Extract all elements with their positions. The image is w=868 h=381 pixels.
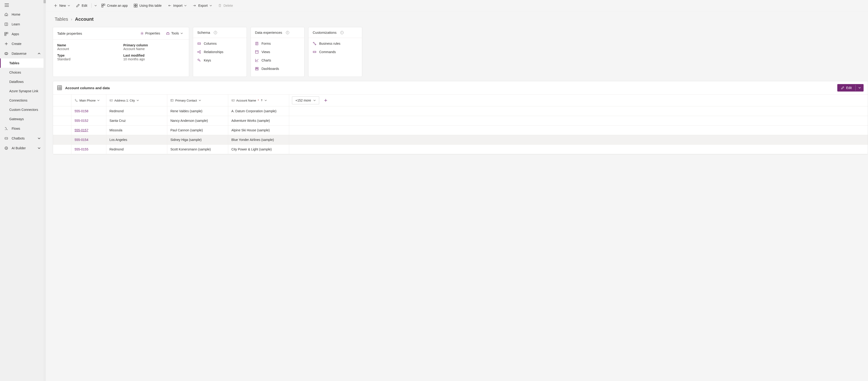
cell-phone[interactable]: 555-0152 [71,116,106,125]
edit-button-main[interactable]: Edit [837,84,856,91]
table-row[interactable]: 555-0154Los AngelesSidney Higa (sample)B… [53,135,868,145]
cell-city[interactable]: Los Angeles [106,135,167,145]
table-row[interactable]: 555-0152Santa CruzNancy Anderson (sample… [53,116,868,125]
schema-keys-link[interactable]: Keys [197,58,242,62]
table-row[interactable]: 555-0155RedmondScott Konersmann (sample)… [53,145,868,154]
phone-link[interactable]: 555-0152 [75,119,88,122]
sidebar-scrollbar-thumb[interactable] [43,0,46,3]
cell-phone[interactable]: 555-0155 [71,145,106,154]
cell-contact[interactable]: Sidney Higa (sample) [167,135,228,145]
sidebar-scrollbar-track[interactable] [43,0,46,381]
business-rules-link[interactable]: Business rules [313,42,358,46]
cell-contact[interactable]: Scott Konersmann (sample) [167,145,228,154]
data-grid: Main Phone Abc Address 1: City [53,94,868,154]
dashboards-link[interactable]: Dashboards [255,67,300,70]
nav-create[interactable]: Create [0,39,45,49]
phone-link[interactable]: 555-0158 [75,109,88,113]
info-icon[interactable]: i [286,31,289,34]
row-selector[interactable] [53,145,71,154]
nav-chatbots[interactable]: Chatbots [0,134,45,143]
cell-city[interactable]: Missoula [106,125,167,135]
nav-learn[interactable]: Learn [0,19,45,29]
hamburger-menu[interactable] [0,0,45,9]
cmd-new[interactable]: New [52,2,72,9]
cmd-export[interactable]: Export [190,2,214,9]
col-account-name[interactable]: Abc Account Name * [228,94,289,107]
cell-contact[interactable]: Rene Valdes (sample) [167,107,228,116]
tools-button[interactable]: Tools [164,30,185,36]
cmd-create-app[interactable]: Create an app [99,2,130,9]
col-main-phone[interactable]: Main Phone [71,94,106,107]
cell-phone[interactable]: 555-0154 [71,135,106,145]
cell-phone[interactable]: 555-0158 [71,107,106,116]
row-selector[interactable] [53,107,71,116]
edit-label: Edit [846,86,852,90]
edit-button-dropdown[interactable] [856,85,864,91]
schema-relationships-link[interactable]: Relationships [197,50,242,54]
book-icon [4,22,8,26]
cell-account[interactable]: Alpine Ski House (sample) [228,125,289,135]
nav-apps[interactable]: Apps [0,29,45,39]
views-link[interactable]: Views [255,50,300,54]
svg-rect-6 [5,138,8,139]
row-selector[interactable] [53,125,71,135]
views-icon [255,50,259,54]
row-selector-column[interactable] [53,94,71,107]
col-primary-contact[interactable]: Primary Contact [167,94,228,107]
cmd-label: Create an app [107,4,128,7]
nav-custom-connectors[interactable]: Custom Connectors [0,105,45,114]
table-row[interactable]: 555-0157MissoulaPaul Cannon (sample)Alpi… [53,125,868,135]
cell-account[interactable]: Adventure Works (sample) [228,116,289,125]
cell-contact[interactable]: Paul Cannon (sample) [167,125,228,135]
nav-choices[interactable]: Choices [0,68,45,77]
info-icon[interactable]: i [340,31,344,34]
nav-gateways[interactable]: Gateways [0,114,45,124]
nav-ai-builder[interactable]: AI Builder [0,143,45,153]
phone-link[interactable]: 555-0157 [75,128,88,132]
chevron-right-icon: › [71,17,72,22]
nav-dataverse[interactable]: Dataverse [0,49,45,58]
charts-link[interactable]: Charts [255,58,300,62]
cmd-edit-dropdown[interactable] [94,3,98,8]
chevron-down-icon [38,137,40,140]
nav-flows[interactable]: Flows [0,124,45,134]
add-column-button[interactable] [322,97,329,104]
cell-account[interactable]: A. Datum Corporation (sample) [228,107,289,116]
forms-link[interactable]: Forms [255,42,300,46]
properties-button[interactable]: Properties [138,30,162,36]
cell-account[interactable]: City Power & Light (sample) [228,145,289,154]
nav-label: Apps [12,32,19,36]
cell-city[interactable]: Redmond [106,107,167,116]
cell-account[interactable]: Blue Yonder Airlines (sample) [228,135,289,145]
chevron-down-icon [199,99,201,101]
table-row[interactable]: 555-0158RedmondRene Valdes (sample)A. Da… [53,107,868,116]
row-selector[interactable] [53,135,71,145]
commands-link[interactable]: Commands [313,50,358,54]
schema-columns-link[interactable]: Abc Columns [197,42,242,46]
row-selector[interactable] [53,116,71,125]
cmd-edit[interactable]: Edit [74,2,90,9]
info-icon[interactable]: i [214,31,217,34]
breadcrumb-current: Account [75,17,94,22]
phone-link[interactable]: 555-0154 [75,138,88,142]
nav-synapse[interactable]: Azure Synapse Link [0,86,45,96]
cell-city[interactable]: Santa Cruz [106,116,167,125]
col-city[interactable]: Abc Address 1: City [106,94,167,107]
cell-phone[interactable]: 555-0157 [71,125,106,135]
cmd-using-table[interactable]: Using this table [131,2,164,9]
nav-tables[interactable]: Tables [0,58,45,68]
more-columns-button[interactable]: +152 more [292,96,319,104]
breadcrumb-parent[interactable]: Tables [55,17,68,22]
phone-link[interactable]: 555-0155 [75,147,88,151]
cell-contact[interactable]: Nancy Anderson (sample) [167,116,228,125]
cell-city[interactable]: Redmond [106,145,167,154]
svg-point-22 [199,51,200,52]
cmd-import[interactable]: Import [165,2,189,9]
nav-dataflows[interactable]: Dataflows [0,77,45,86]
chevron-down-icon [184,4,187,7]
card-title: Customizations [313,30,337,34]
chevron-down-icon [68,4,70,7]
prop-name-value: Account [57,47,119,51]
nav-home[interactable]: Home [0,9,45,19]
nav-connections[interactable]: Connections [0,96,45,105]
